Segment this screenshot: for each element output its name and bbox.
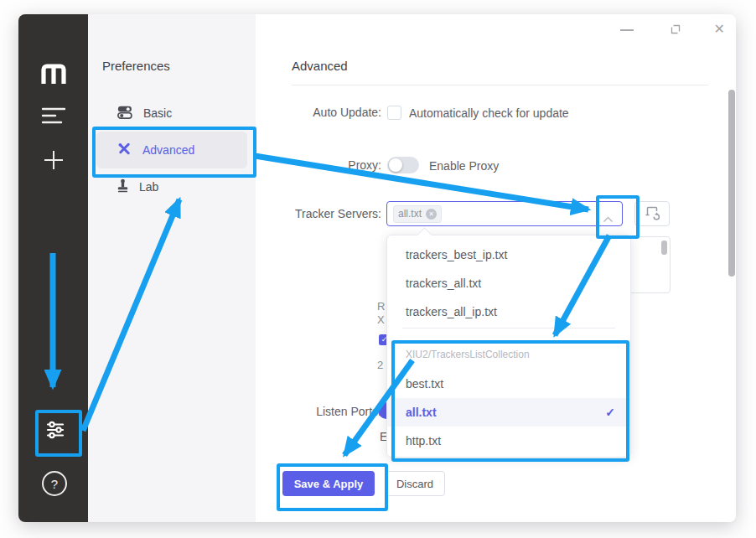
obscured-text-line1: R (377, 300, 385, 313)
listen-ports-label: Listen Ports: (214, 405, 381, 418)
sync-icon (643, 203, 661, 225)
toggles-icon (117, 106, 132, 122)
title-divider (292, 85, 708, 85)
nav-label-lab: Lab (139, 180, 158, 194)
minimize-icon[interactable] (620, 29, 634, 31)
preferences-nav-panel: Preferences Basic Advanced Lab (88, 14, 256, 522)
tag-label: all.txt (398, 208, 422, 220)
obscured-date-fragment: 2 (377, 359, 383, 371)
dropdown-item[interactable]: trackers_best_ip.txt (387, 241, 630, 269)
help-icon[interactable]: ? (42, 471, 67, 496)
close-icon[interactable]: ✕ (714, 21, 725, 37)
dropdown-item[interactable]: trackers_all.txt (387, 269, 630, 297)
tracker-servers-label: Tracker Servers: (214, 207, 381, 220)
preferences-title: Preferences (102, 59, 170, 73)
annotation-box-chevron (596, 195, 639, 239)
help-glyph: ? (51, 477, 58, 491)
page-title: Advanced (292, 59, 348, 73)
motrix-logo-icon (39, 60, 68, 85)
tracker-servers-select[interactable]: all.txt ✕ (386, 201, 623, 226)
nav-label-basic: Basic (143, 106, 172, 120)
maximize-icon[interactable] (670, 23, 681, 39)
annotation-box-advanced-nav (92, 127, 256, 178)
proxy-text: Enable Proxy (429, 159, 499, 173)
add-task-icon[interactable] (42, 148, 65, 172)
discard-button[interactable]: Discard (385, 471, 445, 496)
tag-remove-icon[interactable]: ✕ (426, 209, 437, 220)
annotation-box-dropdown-group (391, 340, 629, 462)
page-scrollbar-thumb[interactable] (728, 90, 735, 277)
task-list-icon[interactable] (41, 106, 66, 125)
auto-update-text: Automatically check for update (409, 106, 569, 120)
annotation-box-save-button (277, 463, 388, 511)
auto-update-label: Auto Update: (214, 106, 381, 119)
dropdown-item[interactable]: trackers_all_ip.txt (387, 297, 630, 326)
proxy-toggle[interactable] (387, 157, 419, 173)
stamp-icon (117, 178, 128, 195)
toggle-knob (389, 158, 402, 172)
annotation-box-settings-icon (35, 410, 82, 457)
auto-update-checkbox[interactable] (387, 106, 401, 120)
dropdown-divider (402, 328, 615, 328)
sync-trackers-button[interactable] (634, 201, 670, 226)
obscured-text-line2: X (377, 313, 385, 326)
textarea-scrollbar-thumb[interactable] (661, 241, 667, 255)
selected-tracker-tag[interactable]: all.txt ✕ (393, 205, 442, 223)
screen: ? Preferences Basic Advanced Lab Advance… (0, 0, 756, 538)
